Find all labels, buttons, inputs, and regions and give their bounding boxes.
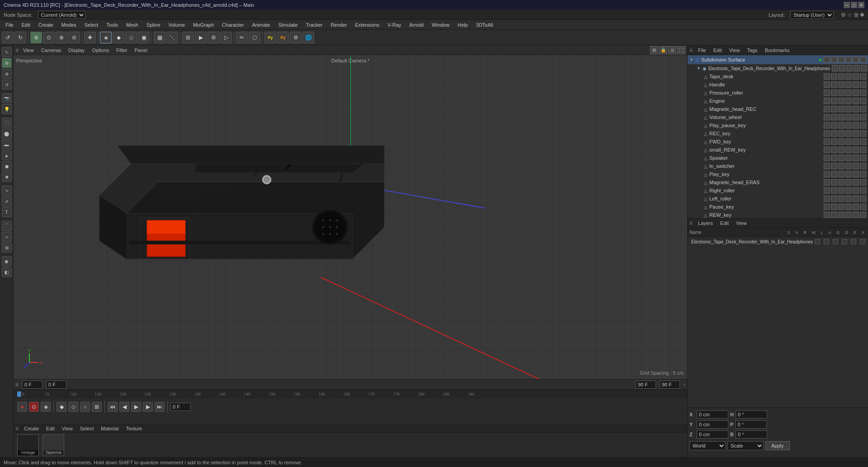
motion-track-btn[interactable]: ◈ [41, 402, 51, 412]
cube-btn[interactable]: ⬛ [2, 118, 12, 128]
obj-REC_key[interactable]: △ REC_key [688, 129, 868, 138]
move-tool-btn[interactable]: ⊕ [30, 32, 42, 43]
root-f5[interactable] [861, 65, 867, 71]
null-btn[interactable]: ✖ [2, 172, 12, 182]
obj-Play_key[interactable]: △ Play_key [688, 170, 868, 178]
vp-menu-cameras[interactable]: Cameras [38, 47, 64, 54]
obj-Play_pause_key[interactable]: △ Play_pause_key [688, 121, 868, 129]
cone-btn[interactable]: ▲ [2, 150, 12, 160]
subdiv-collapse[interactable]: ▼ [689, 57, 693, 62]
poly-left-btn[interactable]: ◼ [2, 161, 12, 171]
vp-max-btn[interactable]: ⛶ [677, 46, 685, 54]
menu-edit[interactable]: Edit [18, 21, 34, 29]
layer-flag-m[interactable] [842, 239, 847, 244]
apply-button[interactable]: Apply [765, 441, 790, 450]
menu-arnold[interactable]: Arnold [406, 21, 427, 29]
subdiv-flag-3[interactable] [838, 57, 844, 63]
layer-flag-r[interactable] [833, 239, 838, 244]
coord-p-input[interactable] [735, 420, 767, 429]
goto-end-btn[interactable]: ⏭ [155, 402, 165, 412]
material-vintage[interactable]: Vintage [17, 434, 39, 456]
vp-menu-filter[interactable]: Filter [113, 47, 130, 54]
object-list[interactable]: ▼ ⬡ Subdivision Surface ● ▼ ◉ Electronic… [688, 55, 868, 218]
obj-mode-btn[interactable]: ◈ [100, 32, 112, 43]
vp-menu-options[interactable]: Options [89, 47, 112, 54]
subdiv-flag-5[interactable] [853, 57, 859, 63]
vp-menu-view[interactable]: View [20, 47, 37, 54]
mat-menu-texture[interactable]: Texture [124, 425, 144, 432]
menu-modes[interactable]: Modes [58, 21, 80, 29]
obj-mgr-toggle[interactable]: ≡ [689, 47, 693, 53]
obj-FWD_key[interactable]: △ FWD_key [688, 138, 868, 146]
coord-scale-select[interactable]: Scale [727, 441, 764, 450]
td-f3[interactable] [838, 73, 844, 80]
menu-create[interactable]: Create [35, 21, 57, 29]
menu-window[interactable]: Window [428, 21, 453, 29]
obj-menu-edit[interactable]: Edit [712, 47, 724, 54]
obj-Engine[interactable]: △ Engine [688, 97, 868, 105]
redo-button[interactable]: ↻ [14, 32, 26, 43]
text-btn[interactable]: T [2, 207, 12, 217]
coord-world-select[interactable]: World [689, 441, 726, 450]
obj-Volume_wheel[interactable]: △ Volume_wheel [688, 113, 868, 121]
layers-list[interactable]: Electronic_Tape_Deck_Recorder_With_In_Ea… [688, 237, 868, 407]
vp-menu-toggle[interactable]: ≡ [15, 47, 19, 53]
obj-In_switcher[interactable]: △ In_switcher [688, 162, 868, 170]
menu-character[interactable]: Character [218, 21, 247, 29]
vp-solo-btn[interactable]: ◎ [668, 46, 676, 54]
preview-start-input[interactable] [46, 381, 66, 389]
layer-item-main[interactable]: Electronic_Tape_Deck_Recorder_With_In_Ea… [688, 237, 868, 246]
layer-flag-s[interactable] [815, 239, 820, 244]
vp-lock-btn[interactable]: 🔒 [659, 46, 667, 54]
menu-mesh[interactable]: Mesh [123, 21, 142, 29]
goto-start-btn[interactable]: ⏮ [108, 402, 118, 412]
menu-tools[interactable]: Tools [103, 21, 122, 29]
preview-end-input[interactable] [636, 381, 656, 389]
material-taperma[interactable]: Taperma [42, 434, 64, 456]
obj-item-root[interactable]: ▼ ◉ Electronic_Tape_Deck_Recorder_With_I… [688, 64, 868, 72]
config-btn[interactable]: ⚙ [290, 32, 302, 43]
coord-x-pos-input[interactable] [697, 410, 728, 419]
menu-tracker[interactable]: Tracker [302, 21, 326, 29]
menu-vray[interactable]: V-Ray [384, 21, 405, 29]
obj-menu-bookmarks[interactable]: Bookmarks [763, 47, 792, 54]
next-frame-btn[interactable]: ▶ [143, 402, 153, 412]
root-collapse[interactable]: ▼ [697, 66, 701, 71]
mat-menu-material[interactable]: Material [99, 425, 120, 432]
menu-animate[interactable]: Animate [248, 21, 274, 29]
rotate-left-btn[interactable]: ↺ [2, 80, 12, 90]
uv-btn[interactable]: ◧ [2, 267, 12, 277]
anim-btn[interactable]: ▶ [195, 32, 207, 43]
td-f4[interactable] [845, 73, 852, 80]
timeline-menu-toggle[interactable]: ≡ [15, 381, 19, 388]
root-f1[interactable] [832, 65, 838, 71]
layers-menu-edit[interactable]: Edit [718, 219, 731, 227]
frame-counter[interactable] [170, 403, 191, 411]
rotate-btn[interactable]: ⊘ [68, 32, 80, 43]
menu-file[interactable]: File [2, 21, 17, 29]
subdiv-flag-2[interactable] [831, 57, 837, 63]
dope-btn[interactable]: ⊠ [92, 402, 102, 412]
layout-select[interactable]: Startup (User) [790, 11, 834, 19]
render-settings-btn[interactable]: ⚙ [208, 32, 219, 43]
py2-btn[interactable]: Py [277, 32, 289, 43]
obj-menu-file[interactable]: File [696, 47, 708, 54]
poly-mode-btn[interactable]: ▣ [138, 32, 150, 43]
subdiv-flag-6[interactable] [860, 57, 866, 63]
bend-btn[interactable]: ⌒ [2, 221, 12, 231]
vp-menu-display[interactable]: Display [66, 47, 87, 54]
layer-flag-a[interactable] [860, 239, 865, 244]
material2-btn[interactable]: ◉ [2, 256, 12, 266]
transform-btn[interactable]: ⊙ [43, 32, 55, 43]
layer-flag-l[interactable] [851, 239, 856, 244]
render-btn[interactable]: ▷ [220, 32, 232, 43]
node-space-select[interactable]: Current (Arnold) [38, 11, 85, 19]
td-f5[interactable] [853, 73, 859, 80]
obj-Right_roller[interactable]: △ Right_roller [688, 186, 868, 195]
td-f1[interactable] [824, 73, 830, 80]
snap-btn[interactable]: ⊞ [182, 32, 194, 43]
cylinder-btn[interactable]: ▬ [2, 139, 12, 149]
keyframe-sel-btn[interactable]: ○ [80, 402, 90, 412]
play-btn[interactable]: ▶ [131, 402, 141, 412]
menu-volume[interactable]: Volume [165, 21, 189, 29]
